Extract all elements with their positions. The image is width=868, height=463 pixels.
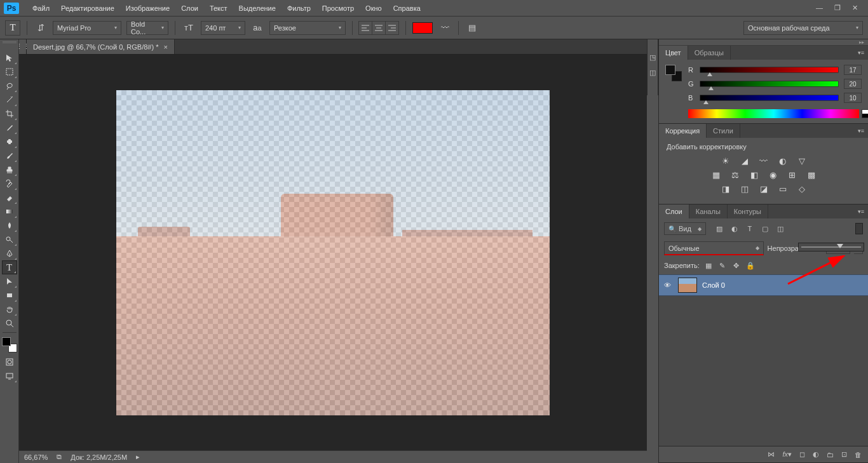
lock-position-icon[interactable]: ✥ <box>731 260 742 271</box>
canvas[interactable] <box>116 90 550 415</box>
eraser-tool-icon[interactable] <box>2 191 17 205</box>
layer-mask-icon[interactable]: ◻ <box>799 450 805 459</box>
menu-edit[interactable]: Редактирование <box>55 0 120 17</box>
link-layers-icon[interactable]: ⋈ <box>768 450 775 459</box>
delete-layer-icon[interactable]: 🗑 <box>855 451 862 459</box>
tab-grip-icon[interactable]: ⋮⋮ <box>19 39 27 54</box>
filter-pixel-icon[interactable]: ▨ <box>714 223 725 234</box>
filter-toggle[interactable] <box>855 223 863 234</box>
filter-smart-icon[interactable]: ◫ <box>775 223 786 234</box>
menu-window[interactable]: Окно <box>360 0 388 17</box>
tab-layers[interactable]: Слои <box>659 205 689 218</box>
mixer-icon[interactable]: ⊞ <box>786 170 799 180</box>
blend-mode-select[interactable]: Обычные◆ <box>664 241 764 255</box>
font-size-select[interactable]: 240 пт▾ <box>201 21 245 35</box>
brightness-icon[interactable]: ☀ <box>719 156 732 166</box>
lock-transparent-icon[interactable]: ▦ <box>703 260 714 271</box>
menu-text[interactable]: Текст <box>204 0 233 17</box>
panel-menu-icon[interactable]: ▾≡ <box>854 205 868 218</box>
healing-tool-icon[interactable] <box>2 135 17 149</box>
warp-text-icon[interactable]: 〰 <box>438 21 452 35</box>
tool-preset-icon[interactable]: T <box>5 20 20 36</box>
antialias-select[interactable]: Резкое▾ <box>269 21 346 35</box>
font-family-select[interactable]: Myriad Pro▾ <box>53 21 121 35</box>
balance-icon[interactable]: ⚖ <box>729 170 742 180</box>
dock-expand-icon[interactable]: ▸▸ <box>659 39 868 46</box>
history-brush-tool-icon[interactable] <box>2 177 17 191</box>
filter-type-icon[interactable]: T <box>744 223 756 234</box>
magic-wand-tool-icon[interactable] <box>2 93 17 107</box>
new-layer-icon[interactable]: ⊡ <box>841 450 847 459</box>
move-tool-icon[interactable] <box>2 51 17 65</box>
tab-swatches[interactable]: Образцы <box>688 46 731 60</box>
color-fgbg-swatch[interactable] <box>665 65 682 81</box>
dodge-tool-icon[interactable] <box>2 232 17 246</box>
lock-all-icon[interactable]: 🔒 <box>745 260 756 271</box>
stamp-tool-icon[interactable] <box>2 163 17 177</box>
visibility-icon[interactable]: 👁 <box>664 281 673 289</box>
quickmask-icon[interactable] <box>2 355 17 369</box>
selective-icon[interactable]: ◇ <box>796 184 808 194</box>
menu-layers[interactable]: Слои <box>175 0 204 17</box>
invert-icon[interactable]: ◨ <box>719 184 732 194</box>
panel-menu-icon[interactable]: ▾≡ <box>854 124 868 138</box>
font-style-select[interactable]: Bold Co...▾ <box>126 21 168 35</box>
lock-paint-icon[interactable]: ✎ <box>717 260 728 271</box>
status-icon[interactable]: ⧉ <box>57 453 62 461</box>
screenmode-icon[interactable] <box>2 369 17 383</box>
align-center-icon[interactable] <box>372 21 386 35</box>
layer-filter-kind[interactable]: 🔍Вид◆ <box>664 222 706 235</box>
filter-shape-icon[interactable]: ▢ <box>759 223 771 234</box>
blur-tool-icon[interactable] <box>2 218 17 232</box>
panel-menu-icon[interactable]: ▾≡ <box>854 46 868 60</box>
g-slider[interactable] <box>700 81 839 87</box>
align-left-icon[interactable] <box>358 21 372 35</box>
levels-icon[interactable]: ◢ <box>738 156 751 166</box>
color-spectrum[interactable] <box>688 109 859 118</box>
layer-name[interactable]: Слой 0 <box>702 281 725 289</box>
filter-adjust-icon[interactable]: ◐ <box>729 223 740 234</box>
menu-image[interactable]: Изображение <box>120 0 175 17</box>
tab-color[interactable]: Цвет <box>659 46 688 60</box>
b-slider[interactable] <box>700 95 839 101</box>
gradient-tool-icon[interactable] <box>2 205 17 218</box>
menu-filter[interactable]: Фильтр <box>281 0 316 17</box>
tab-styles[interactable]: Стили <box>707 124 740 138</box>
r-slider[interactable] <box>700 67 839 73</box>
rectangle-tool-icon[interactable] <box>2 288 17 302</box>
window-minimize-icon[interactable]: — <box>816 4 823 12</box>
close-tab-icon[interactable]: × <box>163 43 167 51</box>
tab-channels[interactable]: Каналы <box>689 205 728 218</box>
layer-row[interactable]: 👁 Слой 0 <box>659 274 868 296</box>
text-orientation-icon[interactable]: ⇵ <box>34 21 48 35</box>
pen-tool-icon[interactable] <box>2 246 17 260</box>
hand-tool-icon[interactable] <box>2 302 17 316</box>
gradmap-icon[interactable]: ▭ <box>776 184 789 194</box>
bw-icon[interactable]: ◧ <box>748 170 761 180</box>
r-value[interactable]: 17 <box>844 65 862 75</box>
lasso-tool-icon[interactable] <box>2 79 17 93</box>
vibrance-icon[interactable]: ▽ <box>796 156 808 166</box>
layer-fx-icon[interactable]: fx▾ <box>782 450 792 459</box>
canvas-viewport[interactable] <box>19 55 647 450</box>
layer-thumbnail[interactable] <box>678 278 697 293</box>
marquee-tool-icon[interactable] <box>2 65 17 79</box>
window-restore-icon[interactable]: ❐ <box>834 4 841 12</box>
type-tool-icon[interactable]: T <box>2 260 17 274</box>
curves-icon[interactable]: 〰 <box>757 156 770 166</box>
menu-select[interactable]: Выделение <box>233 0 281 17</box>
status-menu-icon[interactable]: ▸ <box>136 453 140 461</box>
photofilter-icon[interactable]: ◉ <box>767 170 780 180</box>
menu-file[interactable]: Файл <box>27 0 55 17</box>
new-adjustment-icon[interactable]: ◐ <box>813 450 819 459</box>
properties-panel-icon[interactable]: ◫ <box>648 67 658 77</box>
menu-view[interactable]: Просмотр <box>316 0 360 17</box>
eyedropper-tool-icon[interactable] <box>2 121 17 135</box>
zoom-level[interactable]: 66,67% <box>24 453 48 461</box>
document-tab[interactable]: Desert.jpg @ 66,7% (Слой 0, RGB/8#) * × <box>27 39 175 54</box>
b-value[interactable]: 10 <box>844 93 862 103</box>
threshold-icon[interactable]: ◪ <box>757 184 770 194</box>
fgbg-color-swatch[interactable] <box>2 337 17 352</box>
menu-help[interactable]: Справка <box>388 0 426 17</box>
hue-icon[interactable]: ▦ <box>710 170 722 180</box>
